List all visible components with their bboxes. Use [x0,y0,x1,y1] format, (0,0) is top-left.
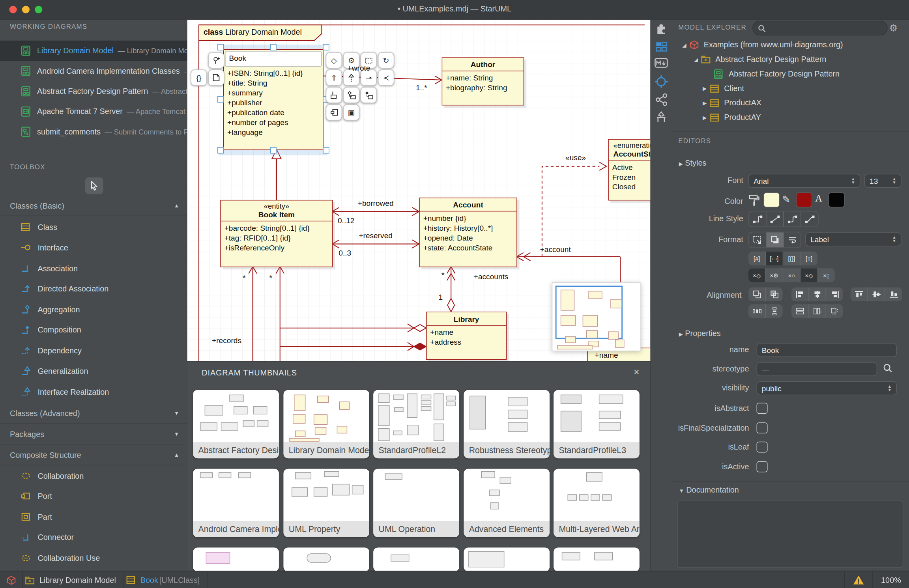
styles-section-toggle[interactable]: ▶ Styles [679,159,707,168]
align-right-button[interactable] [826,287,843,301]
resize-handle[interactable] [323,44,329,50]
stereotype-display-select[interactable]: Label ▲▼ [805,232,902,246]
toolbox-item-interface-realization[interactable]: Interface Realization [0,382,187,401]
multiplicity[interactable]: * [269,274,272,282]
align-left-button[interactable] [791,287,809,301]
element-crumb[interactable]: Book [UMLClass] [123,575,207,585]
stereotype-label-button[interactable]: [▭] [766,252,783,265]
minimap-overlay[interactable] [552,282,641,351]
properties-section-toggle[interactable]: ▶ Properties [679,329,721,338]
markdown-panel-button[interactable] [651,57,671,69]
add-subclass-button[interactable] [326,87,342,103]
toolbox-item-aggregation[interactable]: Aggregation [0,300,187,319]
add-required-socket-button[interactable]: ≺ [378,69,394,86]
toolbox-item-collaboration-use[interactable]: Collaboration Use [0,548,187,568]
toolbox-item-part[interactable]: Part [0,507,187,527]
class-account[interactable]: Account +number {id} +history: History[0… [419,198,517,267]
attribute[interactable]: +publisher [227,98,320,108]
attribute[interactable]: +name [430,327,503,337]
align-middle-button[interactable] [868,287,885,301]
attribute[interactable]: +state: AccountState [423,243,513,253]
thumbnail-row3-card[interactable] [464,548,550,571]
documentation-section-toggle[interactable]: ▼ Documentation [679,485,739,494]
align-bottom-button[interactable] [885,287,902,301]
thumbnail-advanced-elements[interactable]: Advanced Elements [464,469,550,537]
thumbnail-multi-layered-web[interactable]: Multi-Layered Web Arch [554,469,639,537]
font-color-tool[interactable]: A [815,193,822,204]
attribute[interactable]: +summary [227,88,320,98]
distribute-vertically-button[interactable] [766,304,783,318]
toolbox-item-generalization[interactable]: Generalization [0,361,187,381]
toolbox-item-directed-association[interactable]: Directed Association [0,279,187,299]
thumbnail-standardprofilel3[interactable]: StandardProfileL3 [554,390,639,458]
attribute[interactable]: +isReferenceOnly [224,243,329,253]
multiplicity[interactable]: * [441,271,444,279]
add-provided-interface-button[interactable] [208,52,224,68]
stereotype-decoration-button[interactable]: [{}] [783,252,801,265]
diagram-canvas[interactable]: class Library Domain Model Book +ISBN: S… [187,20,651,361]
edge-label-account[interactable]: +account [540,245,571,254]
diagram-crumb[interactable]: Library Domain Model [22,576,123,584]
attribute[interactable]: +history: History[0..*] [423,223,513,233]
tree-item-abstract-factory-diagram[interactable]: ◢ Abstract Factory Design Pattern [671,67,909,81]
thumbnail-standardprofilel2[interactable]: StandardProfileL2 [373,390,459,458]
add-note-button[interactable] [208,69,224,86]
hierarchy-button[interactable] [651,110,671,125]
attribute[interactable]: +number of pages [227,118,320,127]
enum-literal[interactable]: Active [612,162,651,172]
class-book-item[interactable]: «entity» Book Item +barcode: String[0..1… [220,200,333,267]
thumbnail-uml-property[interactable]: UML Property [284,469,369,537]
toolbox-item-connector[interactable]: c Connector [0,527,187,547]
stereotype-input[interactable]: — [757,362,877,376]
attribute[interactable]: +ISBN: String[0..1] {id} [227,68,320,78]
toolbox-item-collaboration[interactable]: Collaboration [0,466,187,485]
distribute-horizontally-button[interactable] [748,304,766,318]
attribute[interactable]: +tag: RFID[0..1] {id} [224,233,329,243]
edge-label-wrote[interactable]: +wrote [348,64,370,73]
is-final-specialization-checkbox[interactable] [757,422,768,433]
stereotype-icon-button[interactable]: [T] [801,252,817,265]
is-active-checkbox[interactable] [757,461,768,472]
attribute[interactable]: +name: String [446,73,520,83]
thumbnail-row3-card[interactable] [284,548,369,571]
multiplicity[interactable]: 0..3 [339,248,351,257]
resize-handle[interactable] [217,44,224,50]
toolbox-item-association[interactable]: Association [0,258,187,278]
expander-expanded-icon[interactable]: ◢ [682,42,689,48]
suppress-operations-button[interactable]: ×⚙ [766,268,783,282]
project-crumb[interactable] [0,575,22,585]
class-book[interactable]: Book +ISBN: String[0..1] {id} +title: St… [223,49,324,150]
toolbox-section-classes-advanced[interactable]: Classes (Advanced) ▼ [0,403,187,424]
attribute[interactable]: +publication date [227,108,320,118]
thumbnail-row3-card[interactable] [554,548,639,571]
tree-item-abstract-factory-package[interactable]: ◢ Abstract Factory Design Pattern [671,52,909,67]
thumbnail-row3-card[interactable] [193,548,279,571]
working-diagram-apache-tomcat[interactable]: Apache Tomcat 7 Server — Apache Tomcat 7… [0,101,187,121]
attribute[interactable]: +opened: Date [423,233,513,243]
thumbnail-android-camera[interactable]: Android Camera Implem [193,469,279,537]
toolbox-section-composite-structure[interactable]: Composite Structure ▲ [0,445,187,465]
working-diagram-android-camera[interactable]: Android Camera Implementation Classes — [0,61,187,81]
expander-expanded-icon[interactable]: ◢ [694,56,701,62]
edge-label-accounts[interactable]: +accounts [474,273,509,281]
add-aggregated-class-button[interactable] [343,87,359,103]
is-abstract-checkbox[interactable] [757,403,768,414]
attribute[interactable]: +address [430,337,503,347]
enumeration-account-state[interactable]: «enumeration» AccountState Active Frozen… [608,139,650,201]
show-shadow-button[interactable] [767,232,784,247]
resize-handle[interactable] [217,147,224,153]
zoom-level[interactable]: 100% [873,575,909,585]
explorer-settings-button[interactable]: ⚙ [889,22,898,34]
fill-color-swatch[interactable] [763,192,780,207]
tree-item-client[interactable]: ▶ Client [671,81,909,96]
class-library[interactable]: Library +name +address [426,312,507,360]
toolbox-item-interface[interactable]: Interface [0,237,187,257]
select-tool-button[interactable] [85,177,103,194]
working-diagram-submit-comments[interactable]: submit_comments — Submit Comments to Plu [0,122,187,142]
thumbnail-robustness-stereotype[interactable]: Robustness Stereotype [464,390,550,458]
resize-handle[interactable] [270,147,277,153]
add-port-button[interactable] [326,104,342,120]
suppress-receptions-button[interactable]: ×○ [783,268,801,282]
align-center-button[interactable] [809,287,826,301]
class-name-edit-field[interactable]: Book [225,51,322,67]
